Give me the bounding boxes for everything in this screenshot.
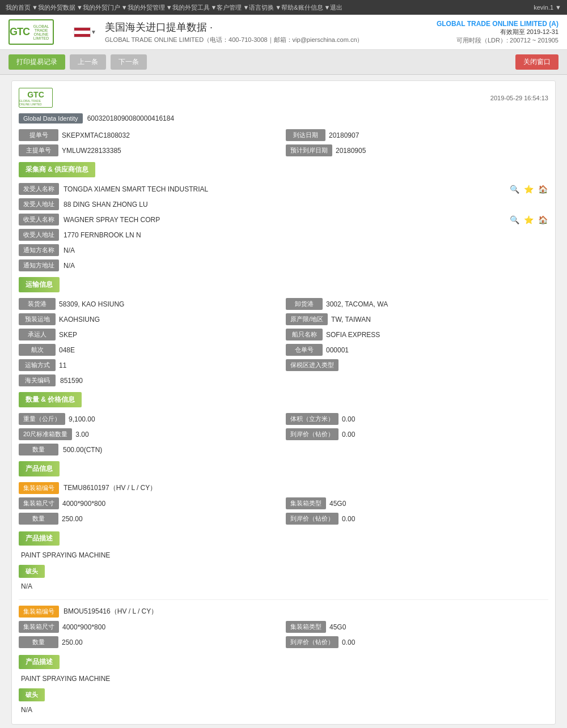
notify-addr-row: 通知方地址 N/A [19, 259, 548, 271]
pre-transport-group: 预装运地 KAOHSIUNG [19, 313, 281, 325]
warehouse-group: 仓单号 000001 [286, 344, 548, 356]
container1-block: 集装箱编号 TEMU8610197（HV / L / CY） 集装箱尺寸 400… [19, 482, 548, 594]
inbond-label: 保税区进入类型 [286, 359, 338, 371]
gdi-value: 60032018090080000416184 [87, 114, 175, 122]
carrier-value: SKEP [59, 331, 77, 339]
header-right: GLOBAL TRADE ONLINE LIMITED (A) 有效期至 201… [437, 20, 558, 45]
nav-manage[interactable]: 我的外贸管理 [128, 3, 165, 12]
nav-home[interactable]: 我的首页 [6, 3, 31, 12]
vessel-value: SOFIA EXPRESS [326, 331, 380, 339]
container20-label: 20尺标准箱数量 [19, 428, 72, 440]
card-logo-sub: GLOBAL TRADE ONLINE LIMITED [19, 99, 52, 106]
supplier-section: 采集商 & 供应商信息 发受人名称 TONGDA XIAMEN SMART TE… [19, 162, 548, 271]
notify-name-row: 通知方名称 N/A [19, 244, 548, 256]
container2-size-group: 集装箱尺寸 4000*900*800 [19, 621, 281, 633]
product-section-header: 产品信息 [19, 461, 60, 476]
loading-port-value: 58309, KAO HSIUNG [59, 300, 124, 308]
search-icon[interactable]: 🔍 [509, 214, 520, 225]
shipper-name-value: WAGNER SPRAY TECH CORP [64, 216, 504, 224]
container1-row2: 数量 250.00 到岸价（钻价） 0.00 [19, 513, 548, 525]
discharge-port-label: 卸货港 [286, 298, 323, 310]
est-arrival-value: 20180905 [336, 147, 548, 155]
user-menu[interactable]: kevin.1 ▼ [534, 4, 561, 11]
vessel-group: 船只名称 SOFIA EXPRESS [286, 329, 548, 340]
nav-tools[interactable]: 我的外贸工具 [172, 3, 210, 12]
consignee-addr-row: 发受人地址 88 DING SHAN ZHONG LU [19, 198, 548, 210]
supplier-section-header: 采集商 & 供应商信息 [19, 162, 95, 177]
top-toolbar: 打印提易记录 上一条 下一条 关闭窗口 [0, 50, 567, 75]
voyage-value: 048E [59, 346, 75, 354]
volume-value: 0.00 [342, 415, 548, 423]
star-icon[interactable]: ⭐ [523, 184, 534, 195]
quantity-value: 500.00(CTN) [63, 446, 548, 454]
quantity-row2: 20尺标准箱数量 3.00 到岸价（钻价） 0.00 [19, 428, 548, 440]
flag-area: ▼ [74, 27, 96, 37]
bill-no-value: SKEPXMTAC1808032 [62, 131, 281, 139]
container2-row1: 集装箱尺寸 4000*900*800 集装箱类型 45G0 [19, 621, 548, 633]
transport-row4: 航次 048E 仓单号 000001 [19, 344, 548, 356]
container1-qty-value: 250.00 [62, 515, 281, 523]
transport-section-header: 运输信息 [19, 277, 60, 292]
arrival-date-label: 到达日期 [286, 129, 325, 141]
close-button[interactable]: 关闭窗口 [515, 54, 558, 70]
container2-qty-value: 250.00 [62, 638, 281, 646]
nav-customers[interactable]: 客户管理 [217, 3, 242, 12]
unit-price-label: 到岸价（钻价） [286, 428, 338, 440]
volume-label: 体积（立方米） [286, 413, 338, 425]
star-icon[interactable]: ⭐ [523, 214, 534, 225]
shipper-name-row: 收受人名称 WAGNER SPRAY TECH CORP 🔍 ⭐ 🏠 [19, 214, 548, 225]
container2-desc-header: 产品描述 [19, 655, 60, 669]
transport-row5: 运输方式 11 保税区进入类型 [19, 359, 548, 371]
flag-dropdown[interactable]: ▼ [91, 29, 96, 35]
nav-arrow: ▼ [166, 4, 172, 11]
home-icon[interactable]: 🏠 [537, 214, 548, 225]
prev-button[interactable]: 上一条 [70, 54, 106, 70]
header-ldr: 可用时段（LDR）: 200712 ~ 201905 [437, 36, 558, 45]
discharge-port-value: 3002, TACOMA, WA [326, 300, 388, 308]
quantity-section-header: 数量 & 价格信息 [19, 392, 82, 407]
container1-no-value: TEMU8610197（HV / L / CY） [64, 483, 548, 493]
page-header: GTC GLOBAL TRADE ONLINE LIMITED ▼ 美国海关进口… [0, 15, 567, 50]
master-bill-label: 主提单号 [19, 144, 58, 156]
nav-help[interactable]: 帮助&账什信息 [281, 3, 323, 12]
container1-no-label: 集装箱编号 [19, 482, 59, 494]
discharge-port-group: 卸货港 3002, TACOMA, WA [286, 298, 548, 310]
print-button[interactable]: 打印提易记录 [9, 54, 65, 70]
nav-arrow: ▼ [243, 4, 249, 11]
container2-size-value: 4000*900*800 [62, 623, 281, 631]
basic-info-row2: 主提单号 YMLUW228133385 预计到岸日期 20180905 [19, 144, 548, 156]
company-logo: GTC GLOBAL TRADE ONLINE LIMITED [9, 19, 54, 45]
next-button[interactable]: 下一条 [111, 54, 147, 70]
warehouse-label: 仓单号 [286, 344, 323, 356]
container2-no-value: BMOU5195416（HV / L / CY） [64, 607, 548, 616]
nav-trade-data[interactable]: 我的外贸数据 [38, 3, 75, 12]
card-logo: GTC GLOBAL TRADE ONLINE LIMITED [19, 88, 53, 108]
quantity-row3: 数量 500.00(CTN) [19, 444, 548, 455]
container1-type-label: 集装箱类型 [286, 497, 326, 509]
origin-value: TW, TAIWAN [331, 316, 371, 323]
nav-arrow: ▼ [324, 4, 331, 11]
card-logo-box: GTC GLOBAL TRADE ONLINE LIMITED [19, 88, 53, 108]
search-icon[interactable]: 🔍 [509, 184, 520, 195]
product-section: 产品信息 集装箱编号 TEMU8610197（HV / L / CY） 集装箱尺… [19, 461, 548, 717]
nav-language[interactable]: 语言切换 [249, 3, 274, 12]
gdi-row: Global Data Identity 6003201809008000041… [19, 113, 548, 124]
nav-logout[interactable]: 退出 [330, 3, 342, 12]
container1-row1: 集装箱尺寸 4000*900*800 集装箱类型 45G0 [19, 497, 548, 509]
shipper-addr-row: 收受人地址 1770 FERNBROOK LN N [19, 229, 548, 241]
container1-desc-header: 产品描述 [19, 531, 60, 546]
container2-desc-value: PAINT SPRAYING MACHINE [19, 672, 548, 686]
container20-value: 3.00 [75, 431, 281, 438]
gdi-label: Global Data Identity [19, 113, 83, 124]
container2-row2: 数量 250.00 到岸价（钻价） 0.00 [19, 636, 548, 648]
carrier-group: 承运人 SKEP [19, 329, 281, 340]
header-valid-date: 有效期至 2019-12-31 [437, 28, 558, 36]
master-bill-value: YMLUW228133385 [62, 147, 281, 155]
nav-portal[interactable]: 我的外贸门户 [83, 3, 120, 12]
transport-section: 运输信息 装货港 58309, KAO HSIUNG 卸货港 3002, TAC… [19, 277, 548, 386]
home-icon[interactable]: 🏠 [537, 184, 548, 195]
container1-price-label: 到岸价（钻价） [286, 513, 338, 525]
container1-type-group: 集装箱类型 45G0 [286, 497, 548, 509]
arrival-date-value: 20180907 [329, 131, 548, 139]
card-header: GTC GLOBAL TRADE ONLINE LIMITED 2019-05-… [19, 88, 548, 108]
